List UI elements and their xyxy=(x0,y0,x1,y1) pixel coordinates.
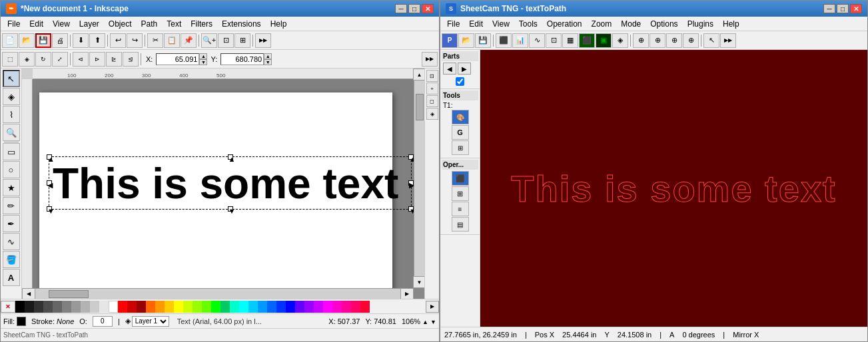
hscrollbar[interactable]: ◀ ▶ xyxy=(22,288,414,299)
align-top-tb[interactable]: ⊴ xyxy=(123,52,139,67)
sc-parts-checkbox[interactable] xyxy=(456,77,464,86)
paste-btn[interactable]: 📌 xyxy=(181,33,197,48)
color-magenta[interactable] xyxy=(323,301,332,313)
tweak-tool[interactable]: ⌇ xyxy=(3,106,20,123)
maximize-button[interactable]: □ xyxy=(408,4,420,13)
sc-tb7[interactable]: ⊡ xyxy=(546,33,562,48)
zoom-tool[interactable]: 🔍 xyxy=(3,124,20,141)
color-swatch[interactable] xyxy=(304,301,314,313)
color-swatch[interactable] xyxy=(81,301,90,313)
sc-minimize-button[interactable]: ─ xyxy=(823,4,835,13)
sc-oper-btn1[interactable]: ⬛ xyxy=(452,171,469,186)
color-swatch[interactable] xyxy=(25,301,34,313)
new-btn[interactable]: 📄 xyxy=(2,33,18,48)
color-yellow[interactable] xyxy=(174,301,183,313)
sc-menu-help[interactable]: Help xyxy=(719,18,743,30)
align-left-tb[interactable]: ⊲ xyxy=(73,52,89,67)
opacity-input[interactable] xyxy=(93,316,113,327)
color-swatch[interactable] xyxy=(137,301,146,313)
color-swatch[interactable] xyxy=(332,301,342,313)
menu-layer[interactable]: Layer xyxy=(75,18,103,30)
undo-btn[interactable]: ↩ xyxy=(110,33,126,48)
pencil-tool[interactable]: ✏ xyxy=(3,197,20,214)
sc-tb1[interactable]: P xyxy=(442,33,458,48)
y-up[interactable]: ▲ xyxy=(264,53,272,59)
sc-tb11[interactable]: ◈ xyxy=(612,33,628,48)
sc-tb3[interactable]: 💾 xyxy=(475,33,491,48)
color-swatch[interactable] xyxy=(295,301,304,313)
vscrollbar[interactable]: ▲ ▼ xyxy=(414,69,424,288)
zoom-spin-up[interactable]: ▲ xyxy=(422,319,428,325)
layer-dropdown[interactable]: Layer 1 xyxy=(132,316,169,327)
zoom-in-btn[interactable]: 🔍+ xyxy=(201,33,217,48)
handle-mid-left[interactable]: ◀ xyxy=(47,180,52,186)
menu-file[interactable]: File xyxy=(3,18,24,30)
color-swatch[interactable] xyxy=(53,301,62,313)
color-white[interactable] xyxy=(109,301,118,313)
sc-parts-next[interactable]: ▶ xyxy=(458,63,471,75)
menu-view[interactable]: View xyxy=(49,18,74,30)
color-swatch[interactable] xyxy=(183,301,193,313)
tb-more[interactable]: ▶▶ xyxy=(255,33,271,48)
color-swatch[interactable] xyxy=(276,301,286,313)
color-green[interactable] xyxy=(211,301,220,313)
skew-tb[interactable]: ⤢ xyxy=(52,52,68,67)
sc-close-button[interactable]: ✕ xyxy=(850,4,862,13)
sc-tb6[interactable]: ∿ xyxy=(529,33,545,48)
color-swatch[interactable] xyxy=(351,301,360,313)
snap-more[interactable]: ▶▶ xyxy=(422,52,438,67)
vscroll-down[interactable]: ▼ xyxy=(413,276,425,288)
sc-tb4[interactable]: ⬛ xyxy=(496,33,512,48)
color-swatch[interactable] xyxy=(127,301,137,313)
sc-zoom4[interactable]: ⊕ xyxy=(683,33,699,48)
color-orange[interactable] xyxy=(146,301,155,313)
palette-scroll-right[interactable]: ▶ xyxy=(426,301,439,313)
circle-tool[interactable]: ○ xyxy=(3,161,20,178)
menu-help[interactable]: Help xyxy=(266,18,291,30)
cut-btn[interactable]: ✂ xyxy=(147,33,163,48)
sc-tool-g[interactable]: G xyxy=(452,125,469,140)
vscroll-up[interactable]: ▲ xyxy=(413,69,425,81)
copy-btn[interactable]: 📋 xyxy=(164,33,180,48)
handle-bot-right[interactable]: ▼ xyxy=(408,206,414,212)
zoom-fit-btn[interactable]: ⊡ xyxy=(218,33,234,48)
sc-zoom3[interactable]: ⊕ xyxy=(666,33,682,48)
handle-mid-right[interactable]: ▶ xyxy=(408,180,414,186)
rotate-tb[interactable]: ↻ xyxy=(35,52,51,67)
snap-btn4[interactable]: ◈ xyxy=(426,108,438,120)
sc-tb5[interactable]: 📊 xyxy=(512,33,528,48)
sc-oper-btn4[interactable]: ▤ xyxy=(452,217,469,232)
handle-top-right[interactable]: ▲ xyxy=(408,154,414,160)
hscroll-thumb[interactable] xyxy=(49,290,89,298)
sc-oper-btn2[interactable]: ⊞ xyxy=(452,186,469,201)
color-swatch[interactable] xyxy=(155,301,165,313)
minimize-button[interactable]: ─ xyxy=(395,4,407,13)
vscroll-thumb[interactable] xyxy=(416,94,424,120)
color-swatch[interactable] xyxy=(34,301,43,313)
sc-zoom1[interactable]: ⊕ xyxy=(633,33,649,48)
color-swatch[interactable] xyxy=(71,301,81,313)
sc-menu-file[interactable]: File xyxy=(443,18,464,30)
sc-menu-options[interactable]: Options xyxy=(646,18,681,30)
sc-more[interactable]: ▶▶ xyxy=(720,33,736,48)
sc-tb10[interactable]: ▣ xyxy=(596,33,612,48)
align-right-tb[interactable]: ⊵ xyxy=(106,52,122,67)
calligraphy-tool[interactable]: ∿ xyxy=(3,233,20,250)
rect-tool[interactable]: ▭ xyxy=(3,143,20,160)
sc-menu-operation[interactable]: Operation xyxy=(543,18,586,30)
hscroll-right[interactable]: ▶ xyxy=(400,288,414,299)
hscroll-left[interactable]: ◀ xyxy=(22,288,35,299)
color-black[interactable] xyxy=(15,301,25,313)
handle-bot-left[interactable]: ▼ xyxy=(47,206,52,212)
menu-text[interactable]: Text xyxy=(163,18,185,30)
color-swatch[interactable] xyxy=(342,301,351,313)
sc-menu-edit[interactable]: Edit xyxy=(465,18,487,30)
menu-edit[interactable]: Edit xyxy=(25,18,47,30)
color-red[interactable] xyxy=(118,301,127,313)
x-up[interactable]: ▲ xyxy=(199,53,207,59)
fill-swatch[interactable] xyxy=(17,317,26,326)
menu-path[interactable]: Path xyxy=(137,18,162,30)
pen-tool[interactable]: ✒ xyxy=(3,215,20,232)
sc-menu-view[interactable]: View xyxy=(488,18,514,30)
sc-tool-paint[interactable]: 🎨 xyxy=(452,110,469,124)
